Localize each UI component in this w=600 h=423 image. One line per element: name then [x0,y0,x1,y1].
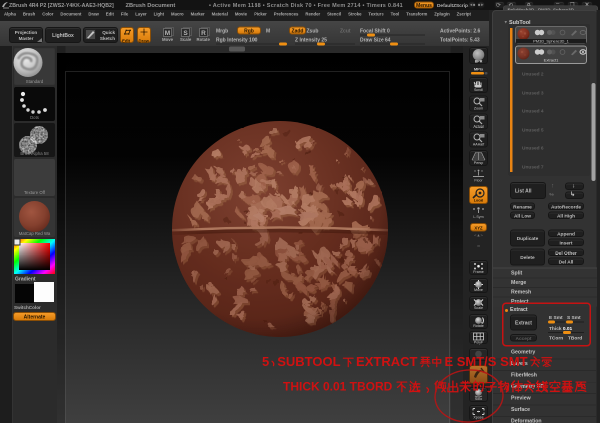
svg-text:S: S [183,29,188,36]
svg-text:R: R [201,29,206,36]
svg-text:M: M [165,29,170,36]
